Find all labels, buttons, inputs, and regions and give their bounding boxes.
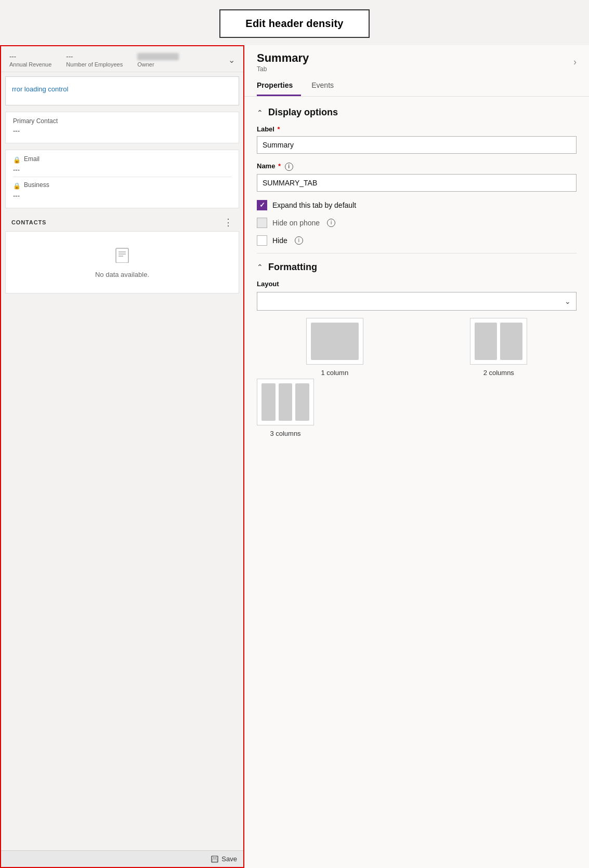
- layout-option-3col[interactable]: 3 columns: [257, 379, 314, 437]
- business-lock-icon: 🔒: [13, 182, 21, 190]
- name-info-icon[interactable]: i: [285, 163, 293, 171]
- business-value: ---: [13, 192, 231, 203]
- hide-label: Hide: [272, 236, 287, 245]
- owner-value-blurred: [137, 53, 179, 60]
- display-options-section-header: ⌃ Display options: [257, 107, 577, 118]
- label-required-star: *: [276, 125, 280, 133]
- display-options-chevron-icon[interactable]: ⌃: [257, 109, 263, 117]
- hide-on-phone-label: Hide on phone: [272, 219, 320, 227]
- name-input[interactable]: [257, 174, 577, 192]
- label-input[interactable]: [257, 136, 577, 154]
- tab-events[interactable]: Events: [311, 77, 342, 96]
- right-panel: Summary Tab › Properties Events ⌃ Displa…: [244, 45, 589, 868]
- panel-title-row: Summary Tab ›: [244, 45, 589, 74]
- email-lock-icon: 🔒: [13, 156, 21, 164]
- formatting-chevron-icon[interactable]: ⌃: [257, 263, 263, 271]
- layout-2col-label: 2 columns: [483, 369, 514, 377]
- expand-checkbox-label: Expand this tab by default: [272, 201, 356, 209]
- layout-options-row2: 3 columns: [257, 379, 577, 437]
- no-data-icon: [114, 246, 130, 266]
- error-content-box: rror loading control: [5, 76, 239, 105]
- email-field-row: 🔒 Email: [13, 155, 231, 165]
- expand-checkbox[interactable]: [257, 200, 267, 210]
- hide-checkbox[interactable]: [257, 235, 267, 246]
- contacts-label: CONTACTS: [11, 219, 46, 225]
- layout-3col-label: 3 columns: [270, 430, 300, 437]
- owner-field: Owner: [137, 53, 179, 68]
- layout-col-full: [311, 323, 359, 360]
- error-link[interactable]: rror loading control: [12, 85, 68, 93]
- panel-body: ⌃ Display options Label * Name * i: [244, 97, 589, 437]
- primary-contact-section: Primary Contact ---: [5, 112, 239, 143]
- formatting-section: ⌃ Formatting Layout ⌄ 1 column: [257, 262, 577, 437]
- layout-thumb-1col: [306, 318, 363, 365]
- name-field-label: Name * i: [257, 162, 577, 171]
- num-employees-value: ---: [66, 52, 73, 60]
- hide-on-phone-row: Hide on phone i: [257, 218, 577, 228]
- contacts-more-icon[interactable]: ⋮: [224, 217, 233, 228]
- label-field-label: Label *: [257, 125, 577, 133]
- contacts-header: CONTACTS ⋮: [5, 212, 239, 231]
- formatting-section-header: ⌃ Formatting: [257, 262, 577, 273]
- svg-rect-0: [116, 248, 128, 263]
- section-divider: [257, 253, 577, 253]
- name-field-group: Name * i: [257, 162, 577, 192]
- layout-col-half-2: [500, 323, 522, 360]
- primary-contact-value: ---: [13, 127, 231, 138]
- layout-options-grid: 1 column 2 columns: [257, 318, 577, 377]
- hide-info-icon[interactable]: i: [295, 236, 303, 245]
- hide-row: Hide i: [257, 235, 577, 246]
- save-bar: Save: [1, 850, 243, 867]
- name-required-star: *: [276, 162, 281, 170]
- layout-option-2col[interactable]: 2 columns: [421, 318, 577, 377]
- panel-title: Summary: [257, 51, 309, 65]
- hide-on-phone-checkbox[interactable]: [257, 218, 267, 228]
- num-employees-field: --- Number of Employees: [66, 52, 123, 68]
- save-label: Save: [221, 855, 237, 863]
- owner-label: Owner: [137, 61, 154, 68]
- business-field-row: 🔒 Business: [13, 181, 231, 191]
- main-content: --- Annual Revenue --- Number of Employe…: [0, 45, 589, 868]
- edit-header-density-button[interactable]: Edit header density: [219, 9, 369, 38]
- panel-tabs: Properties Events: [244, 77, 589, 97]
- layout-dropdown[interactable]: ⌄: [257, 292, 577, 311]
- layout-col-third-3: [295, 383, 309, 421]
- expand-arrow-icon[interactable]: ⌄: [228, 55, 235, 65]
- layout-option-1col[interactable]: 1 column: [257, 318, 413, 377]
- formatting-title: Formatting: [268, 262, 317, 273]
- panel-subtitle: Tab: [257, 65, 309, 73]
- tab-properties[interactable]: Properties: [257, 77, 301, 96]
- annual-revenue-value: ---: [9, 52, 16, 60]
- annual-revenue-field: --- Annual Revenue: [9, 52, 51, 68]
- num-employees-label: Number of Employees: [66, 61, 123, 68]
- hide-on-phone-info-icon[interactable]: i: [327, 219, 335, 227]
- email-label: Email: [24, 155, 40, 163]
- svg-rect-5: [213, 856, 216, 858]
- chevron-right-icon[interactable]: ›: [573, 57, 577, 68]
- dropdown-arrow-icon: ⌄: [565, 297, 571, 305]
- layout-label: Layout: [257, 280, 577, 288]
- left-panel: --- Annual Revenue --- Number of Employe…: [0, 45, 244, 868]
- email-business-section: 🔒 Email --- 🔒 Business ---: [5, 150, 239, 208]
- save-button[interactable]: Save: [211, 855, 237, 863]
- label-field-group: Label *: [257, 125, 577, 154]
- layout-col-third-2: [279, 383, 293, 421]
- top-bar: Edit header density: [0, 0, 589, 45]
- no-data-box: No data available.: [5, 231, 239, 293]
- layout-1col-label: 1 column: [321, 369, 348, 377]
- annual-revenue-label: Annual Revenue: [9, 61, 51, 68]
- primary-contact-label: Primary Contact: [13, 117, 231, 125]
- layout-col-third-1: [261, 383, 276, 421]
- panel-title-group: Summary Tab: [257, 51, 309, 73]
- expand-checkbox-row: Expand this tab by default: [257, 200, 577, 210]
- save-icon: [211, 856, 218, 863]
- display-options-title: Display options: [268, 107, 338, 118]
- error-section: rror loading control: [1, 72, 243, 108]
- no-data-text: No data available.: [95, 271, 149, 278]
- layout-thumb-3col: [257, 379, 314, 425]
- svg-rect-6: [212, 859, 217, 862]
- email-value: ---: [13, 166, 231, 177]
- header-fields-row: --- Annual Revenue --- Number of Employe…: [1, 46, 243, 72]
- layout-thumb-2col: [470, 318, 527, 365]
- layout-col-half-1: [475, 323, 497, 360]
